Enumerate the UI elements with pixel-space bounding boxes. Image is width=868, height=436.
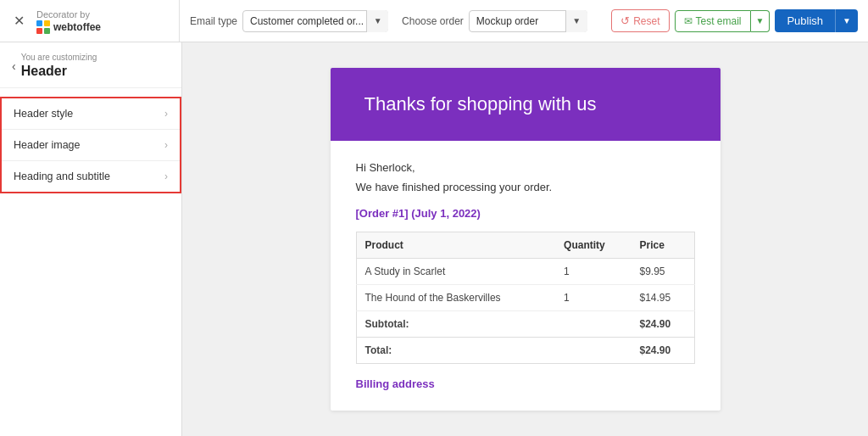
test-email-icon: ✉: [684, 15, 693, 27]
sidebar: ‹ You are customizing Header Header styl…: [0, 42, 182, 436]
table-row: The Hound of the Baskervilles 1 $14.95: [356, 285, 694, 311]
email-type-label: Email type: [190, 15, 237, 27]
logo-sq-red: [36, 28, 42, 34]
subtotal-value: $24.90: [632, 311, 695, 338]
choose-order-select-wrapper[interactable]: Mockup order ▼: [469, 10, 587, 32]
choose-order-select[interactable]: Mockup order: [469, 10, 587, 32]
publish-dropdown-button[interactable]: ▼: [835, 9, 858, 32]
table-row: A Study in Scarlet 1 $9.95: [356, 259, 694, 285]
email-header: Thanks for shopping with us: [331, 68, 721, 141]
order-table: Product Quantity Price A Study in Scarle…: [356, 232, 695, 364]
logo-sq-green: [44, 28, 50, 34]
subtotal-label: Subtotal:: [356, 311, 632, 338]
reset-button[interactable]: ↺ Reset: [611, 9, 669, 32]
reset-label: Reset: [633, 15, 659, 27]
sidebar-item-header-style[interactable]: Header style ›: [2, 98, 180, 130]
brand-name: webtoffee: [53, 21, 101, 33]
publish-button[interactable]: Publish: [775, 9, 835, 32]
email-body: Hi Sherlock, We have finished processing…: [331, 141, 721, 411]
back-button[interactable]: ‹ You are customizing Header: [12, 53, 170, 79]
total-value: $24.90: [632, 338, 695, 364]
close-button[interactable]: ✕: [10, 9, 28, 32]
test-email-group: ✉ Test email ▼: [675, 10, 771, 32]
table-header-row: Product Quantity Price: [356, 232, 694, 259]
email-preview: Thanks for shopping with us Hi Sherlock,…: [331, 68, 721, 411]
col-price: Price: [632, 232, 695, 259]
back-arrow-icon: ‹: [12, 59, 16, 73]
subtotal-row: Subtotal: $24.90: [356, 311, 694, 338]
sidebar-header: ‹ You are customizing Header: [0, 42, 181, 88]
reset-icon: ↺: [620, 14, 630, 27]
topbar-center: Email type Customer completed or... ▼ Ch…: [190, 10, 601, 32]
email-type-select[interactable]: Customer completed or...: [242, 10, 388, 32]
chevron-right-icon-1: ›: [164, 139, 168, 151]
price-0: $9.95: [632, 259, 695, 285]
main-layout: ‹ You are customizing Header Header styl…: [0, 42, 868, 436]
col-product: Product: [356, 232, 555, 259]
email-header-title: Thanks for shopping with us: [364, 93, 687, 115]
brand-logo: webtoffee: [36, 20, 101, 34]
product-name-0: A Study in Scarlet: [356, 259, 555, 285]
total-row: Total: $24.90: [356, 338, 694, 364]
preview-area: Thanks for shopping with us Hi Sherlock,…: [182, 42, 868, 436]
billing-title: Billing address: [356, 377, 695, 390]
test-email-label: Test email: [696, 15, 742, 27]
sidebar-item-header-style-label: Header style: [14, 108, 73, 120]
customizing-label: You are customizing: [21, 53, 97, 62]
email-type-select-wrapper[interactable]: Customer completed or... ▼: [242, 10, 388, 32]
sidebar-item-heading-subtitle[interactable]: Heading and subtitle ›: [2, 161, 180, 192]
email-greeting: Hi Sherlock,: [356, 161, 695, 174]
brand-label: Decorator by: [36, 9, 90, 20]
chevron-right-icon-0: ›: [164, 108, 168, 120]
sidebar-item-header-image[interactable]: Header image ›: [2, 130, 180, 161]
email-type-group: Email type Customer completed or... ▼: [190, 10, 388, 32]
email-message: We have finished processing your order.: [356, 181, 695, 193]
brand-section: ✕ Decorator by webtoffee: [10, 0, 180, 42]
logo-sq-blue: [36, 20, 42, 26]
sidebar-item-header-image-label: Header image: [14, 139, 81, 151]
col-quantity: Quantity: [555, 232, 631, 259]
logo-squares: [36, 20, 50, 34]
price-1: $14.95: [632, 285, 695, 311]
brand-info: Decorator by webtoffee: [36, 8, 101, 34]
order-link[interactable]: [Order #1] (July 1, 2022): [356, 207, 695, 220]
choose-order-group: Choose order Mockup order ▼: [402, 10, 587, 32]
product-name-1: The Hound of the Baskervilles: [356, 285, 555, 311]
quantity-0: 1: [555, 259, 631, 285]
test-email-button[interactable]: ✉ Test email: [675, 10, 751, 32]
sidebar-menu: Header style › Header image › Heading an…: [0, 88, 181, 436]
test-email-dropdown-button[interactable]: ▼: [751, 10, 771, 32]
section-name: Header: [21, 64, 67, 78]
choose-order-label: Choose order: [402, 15, 464, 27]
publish-group: Publish ▼: [775, 9, 858, 32]
sidebar-title-block: You are customizing Header: [21, 53, 97, 79]
topbar-actions: ↺ Reset ✉ Test email ▼ Publish ▼: [611, 9, 858, 32]
logo-sq-yellow: [44, 20, 50, 26]
sidebar-menu-box: Header style › Header image › Heading an…: [0, 97, 181, 193]
quantity-1: 1: [555, 285, 631, 311]
topbar: ✕ Decorator by webtoffee Email type Cust…: [0, 0, 868, 42]
sidebar-item-heading-subtitle-label: Heading and subtitle: [14, 170, 110, 182]
total-label: Total:: [356, 338, 632, 364]
chevron-right-icon-2: ›: [164, 170, 168, 182]
